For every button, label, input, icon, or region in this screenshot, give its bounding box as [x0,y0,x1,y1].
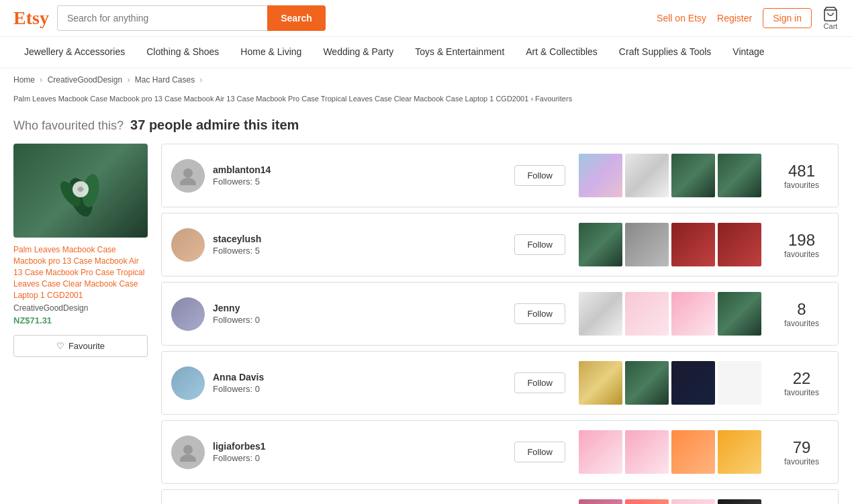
user-thumbnail [671,223,715,266]
user-thumbnail [718,223,761,266]
register-link[interactable]: Register [717,13,752,23]
user-thumbnails [579,499,761,504]
fav-number: 481 [775,162,829,181]
user-thumbnail [718,499,761,504]
search-button[interactable]: Search [267,5,326,31]
header-right: Sell on Etsy Register Sign in Cart [657,6,839,30]
user-info: Anna Davis Followers: 0 [213,372,506,394]
page-title-label: Who favourited this? [13,119,124,133]
user-name[interactable]: ligiaforbes1 [213,441,506,452]
user-info: amblanton14 Followers: 5 [213,164,506,187]
user-thumbnails [579,361,761,405]
follow-button[interactable]: Follow [514,303,565,324]
user-info: Jenny Followers: 0 [213,303,506,325]
user-avatar [171,159,205,193]
nav-item-wedding[interactable]: Wedding & Party [312,37,404,68]
main-layout: Palm Leaves Macbook Case Macbook pro 13 … [0,144,852,504]
nav-item-toys[interactable]: Toys & Entertainment [404,37,515,68]
user-followers: Followers: 0 [213,315,506,325]
nav-item-jewellery[interactable]: Jewellery & Accessories [13,37,136,68]
user-thumbnail [625,154,669,197]
cart-svg [822,6,839,22]
user-thumbnail [625,499,669,504]
nav-item-vintage[interactable]: Vintage [722,37,775,68]
user-thumbnail [579,292,622,336]
user-thumbnail [625,292,669,336]
sidebar-price: NZ$71.31 [13,315,148,325]
follow-button[interactable]: Follow [514,165,565,186]
page-title-area: Who favourited this? 37 people admire th… [0,111,852,144]
user-info: staceylush Followers: 5 [213,234,506,256]
sell-link[interactable]: Sell on Etsy [657,13,706,23]
user-thumbnail [579,499,622,504]
user-thumbnail [671,292,715,336]
breadcrumb: Home › CreativeGoodDesign › Mac Hard Cas… [0,68,852,91]
user-name[interactable]: Anna Davis [213,372,506,383]
user-thumbnail [671,499,715,504]
breadcrumb-shop[interactable]: CreativeGoodDesign [48,75,122,85]
user-info: ligiaforbes1 Followers: 0 [213,441,506,463]
breadcrumb-sep3: › [200,75,203,85]
user-fav-count: 198 favourites [775,231,829,259]
svg-point-5 [183,168,193,178]
nav-item-home[interactable]: Home & Living [230,37,312,68]
nav-item-craft[interactable]: Craft Supplies & Tools [608,37,722,68]
breadcrumb-sep2: › [127,75,130,85]
sidebar-product-title[interactable]: Palm Leaves Macbook Case Macbook pro 13 … [13,244,148,301]
cart-label: Cart [824,22,838,30]
fav-number: 8 [775,300,829,319]
favourite-label: Favourite [68,341,105,351]
search-input[interactable] [57,5,267,31]
user-row: amblanton14 Followers: 5 Follow 481 favo… [161,144,839,207]
favourite-button[interactable]: ♡ Favourite [13,335,148,357]
user-thumbnail [718,292,761,336]
user-name[interactable]: amblanton14 [213,164,506,175]
user-name[interactable]: staceylush [213,234,506,244]
user-row: ligiaforbes1 Followers: 0 Follow 79 favo… [161,420,839,484]
svg-point-6 [180,178,196,185]
svg-point-8 [180,454,196,462]
user-fav-count: 481 favourites [775,162,829,190]
breadcrumb-sep1: › [40,75,42,85]
follow-button[interactable]: Follow [514,442,565,462]
user-fav-count: 8 favourites [775,300,829,328]
fav-label: favourites [775,457,829,466]
breadcrumb-home[interactable]: Home [13,75,35,85]
user-thumbnail [718,430,761,474]
user-followers: Followers: 0 [213,384,506,394]
nav-item-art[interactable]: Art & Collectibles [515,37,608,68]
page-title-count: 37 people admire this item [130,117,299,133]
breadcrumb-full-title: Palm Leaves Macbook Case Macbook pro 13 … [0,91,852,111]
fav-label: favourites [775,388,829,397]
user-thumbnail [579,430,622,474]
user-name[interactable]: Jenny [213,303,506,313]
sign-in-button[interactable]: Sign in [763,8,812,28]
user-thumbnails [579,223,761,266]
leaf-decoration [54,164,107,217]
nav-item-clothing[interactable]: Clothing & Shoes [136,37,230,68]
follow-button[interactable]: Follow [514,372,565,393]
user-fav-count: 22 favourites [775,369,829,397]
user-followers: Followers: 5 [213,246,506,256]
sidebar-shop-name[interactable]: CreativeGoodDesign [13,303,148,313]
user-thumbnail [625,430,669,474]
user-thumbnail [579,223,622,266]
cart-icon[interactable]: Cart [822,6,839,30]
header: Etsy Search Sell on Etsy Register Sign i… [0,0,852,37]
fav-number: 198 [775,231,829,250]
user-row: Sydney Followers: 2 Follow 167 favourite… [161,489,839,504]
user-thumbnails [579,154,761,197]
users-list: amblanton14 Followers: 5 Follow 481 favo… [161,144,839,504]
user-thumbnail [579,154,622,197]
main-nav: Jewellery & Accessories Clothing & Shoes… [0,37,852,68]
user-row: Jenny Followers: 0 Follow 8 favourites [161,282,839,346]
search-bar: Search [57,5,326,31]
etsy-logo[interactable]: Etsy [13,7,49,29]
user-thumbnail [579,361,622,405]
user-thumbnail [671,361,715,405]
fav-label: favourites [775,181,829,190]
user-row: Anna Davis Followers: 0 Follow 22 favour… [161,351,839,415]
follow-button[interactable]: Follow [514,234,565,255]
breadcrumb-category[interactable]: Mac Hard Cases [135,75,195,85]
sidebar-product-image [13,144,148,238]
